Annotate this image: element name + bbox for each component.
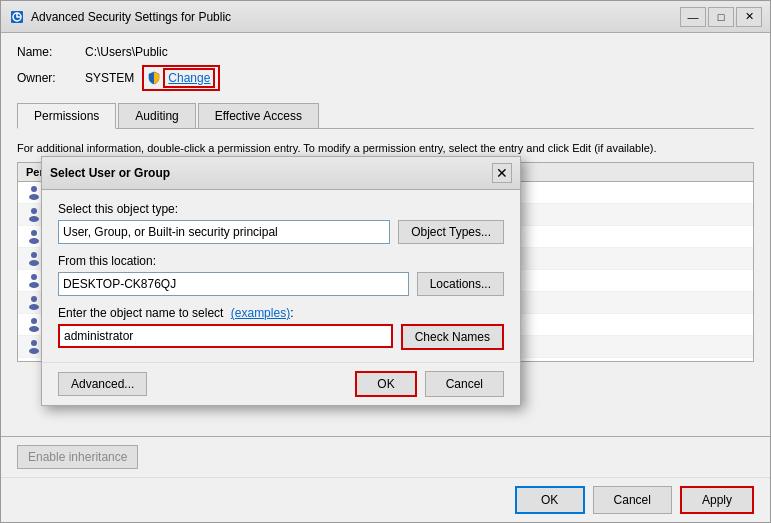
svg-point-8 [31, 252, 37, 258]
svg-point-6 [31, 230, 37, 236]
window-title: Advanced Security Settings for Public [31, 10, 231, 24]
window-icon [9, 9, 25, 25]
location-input-row: Locations... [58, 272, 504, 296]
object-name-input[interactable] [58, 324, 393, 348]
close-button[interactable]: ✕ [736, 7, 762, 27]
name-value: C:\Users\Public [85, 45, 168, 59]
object-type-input[interactable] [58, 220, 390, 244]
ok-button[interactable]: OK [515, 486, 585, 514]
svg-point-14 [31, 318, 37, 324]
name-label: Name: [17, 45, 77, 59]
tab-permissions[interactable]: Permissions [17, 103, 116, 129]
svg-point-15 [29, 326, 39, 332]
examples-link[interactable]: (examples) [231, 306, 290, 320]
maximize-button[interactable]: □ [708, 7, 734, 27]
svg-point-2 [31, 186, 37, 192]
svg-point-17 [29, 348, 39, 354]
svg-point-4 [31, 208, 37, 214]
change-owner-link[interactable]: Change [163, 68, 215, 88]
locations-button[interactable]: Locations... [417, 272, 504, 296]
svg-point-10 [31, 274, 37, 280]
dialog-title-bar: Select User or Group ✕ [42, 157, 520, 190]
owner-row: Owner: SYSTEM Change [17, 65, 754, 91]
svg-point-7 [29, 238, 39, 244]
enable-inheritance-button[interactable]: Enable inheritance [17, 445, 138, 469]
object-name-input-row: Check Names [58, 324, 504, 350]
select-user-dialog: Select User or Group ✕ Select this objec… [41, 156, 521, 406]
location-input[interactable] [58, 272, 409, 296]
svg-point-5 [29, 216, 39, 222]
title-bar-left: Advanced Security Settings for Public [9, 9, 231, 25]
dialog-cancel-button[interactable]: Cancel [425, 371, 504, 397]
tabs-container: Permissions Auditing Effective Access [17, 103, 754, 129]
cancel-button[interactable]: Cancel [593, 486, 672, 514]
owner-value: SYSTEM [85, 71, 134, 85]
dialog-footer: Advanced... OK Cancel [42, 362, 520, 405]
dialog-ok-button[interactable]: OK [355, 371, 416, 397]
shield-icon [147, 71, 161, 85]
svg-point-16 [31, 340, 37, 346]
tab-auditing[interactable]: Auditing [118, 103, 195, 128]
svg-point-3 [29, 194, 39, 200]
dialog-footer-right: OK Cancel [355, 371, 504, 397]
dialog-title: Select User or Group [50, 166, 170, 180]
object-name-row: Enter the object name to select (example… [58, 306, 504, 350]
dialog-close-button[interactable]: ✕ [492, 163, 512, 183]
apply-button[interactable]: Apply [680, 486, 754, 514]
svg-point-12 [31, 296, 37, 302]
svg-point-9 [29, 260, 39, 266]
object-name-label: Enter the object name to select (example… [58, 306, 504, 320]
svg-point-11 [29, 282, 39, 288]
title-bar: Advanced Security Settings for Public — … [1, 1, 770, 33]
object-type-input-row: Object Types... [58, 220, 504, 244]
svg-point-13 [29, 304, 39, 310]
bottom-bar: Enable inheritance [1, 436, 770, 477]
description-text: For additional information, double-click… [17, 141, 754, 156]
name-row: Name: C:\Users\Public [17, 45, 754, 59]
location-label: From this location: [58, 254, 504, 268]
advanced-button[interactable]: Advanced... [58, 372, 147, 396]
location-row: From this location: Locations... [58, 254, 504, 296]
minimize-button[interactable]: — [680, 7, 706, 27]
object-type-row: Select this object type: Object Types... [58, 202, 504, 244]
owner-label: Owner: [17, 71, 77, 85]
main-window: Advanced Security Settings for Public — … [0, 0, 771, 523]
object-types-button[interactable]: Object Types... [398, 220, 504, 244]
footer-buttons: OK Cancel Apply [1, 477, 770, 522]
tab-effective-access[interactable]: Effective Access [198, 103, 319, 128]
title-bar-controls: — □ ✕ [680, 7, 762, 27]
check-names-button[interactable]: Check Names [401, 324, 504, 350]
object-type-label: Select this object type: [58, 202, 504, 216]
dialog-body: Select this object type: Object Types...… [42, 190, 520, 362]
